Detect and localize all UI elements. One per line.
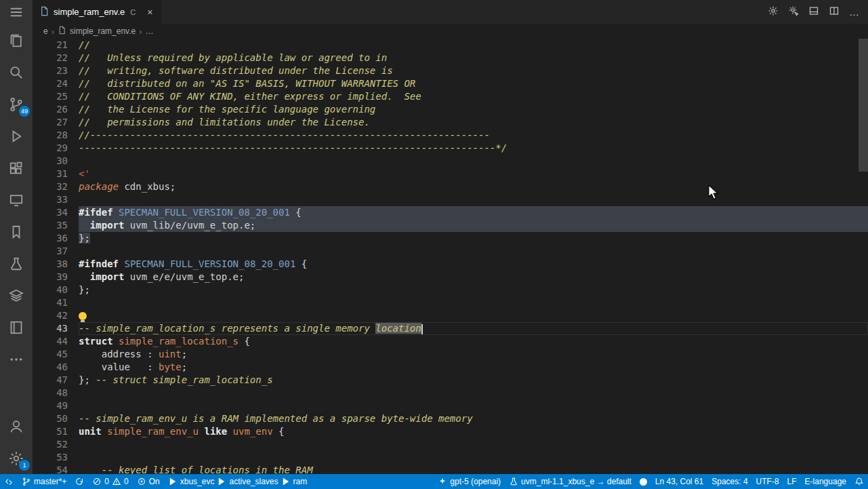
code-line-44[interactable]: 44struct simple_ram_location_s {	[33, 335, 868, 348]
bookmarks-icon[interactable]	[0, 216, 33, 248]
code-line-32[interactable]: 32package cdn_xbus;	[33, 180, 868, 193]
code-line-21[interactable]: 21//	[33, 39, 868, 52]
code-line-51[interactable]: 51unit simple_ram_env_u like uvm_env {	[33, 425, 868, 438]
search-icon[interactable]	[0, 56, 33, 88]
menu-icon[interactable]	[0, 0, 33, 24]
code-line-22[interactable]: 22// Unless required by applicable law o…	[33, 52, 868, 64]
code-line-39[interactable]: 39 import uvm_e/e/uvm_e_top.e;	[33, 271, 868, 283]
code-text	[79, 387, 868, 399]
model-status[interactable]: gpt-5 (openai)	[434, 474, 505, 489]
split-editor-icon[interactable]	[829, 5, 840, 19]
eol-status[interactable]: LF	[783, 474, 801, 489]
language-mode[interactable]: E-language	[801, 474, 850, 489]
source-control-icon[interactable]: 49	[0, 88, 33, 120]
code-line-41[interactable]: 41	[33, 296, 868, 309]
editor-scrollbar[interactable]	[859, 39, 868, 474]
breadcrumb-more[interactable]: …	[146, 26, 154, 36]
line-number: 41	[33, 296, 68, 309]
code-line-27[interactable]: 27// permissions and limitations under t…	[33, 116, 868, 129]
code-token: address :	[79, 349, 159, 359]
line-number: 47	[33, 374, 68, 387]
code-line-46[interactable]: 46 value : byte;	[33, 361, 868, 374]
tab-close-icon[interactable]: ×	[145, 6, 154, 18]
code-text: unit simple_ram_env_u like uvm_env {	[79, 425, 868, 438]
toggle-status[interactable]: On	[133, 474, 164, 489]
encoding-status[interactable]: UTF-8	[752, 474, 783, 489]
notebook-icon[interactable]	[0, 311, 33, 343]
code-line-45[interactable]: 45 address : uint;	[33, 348, 868, 361]
code-text: package cdn_xbus;	[79, 180, 868, 193]
branch-icon	[22, 477, 31, 486]
code-line-29[interactable]: 29--------------------------------------…	[33, 142, 868, 155]
code-line-34[interactable]: 34#ifdef SPECMAN_FULL_VERSION_08_20_001 …	[33, 206, 868, 219]
code-line-49[interactable]: 49	[33, 399, 868, 412]
explorer-icon[interactable]	[0, 24, 33, 56]
code-line-28[interactable]: 28//------------------------------------…	[33, 129, 868, 142]
scrollbar-thumb[interactable]	[859, 39, 868, 172]
code-token: // the License for the specific language…	[79, 104, 375, 115]
code-line-37[interactable]: 37	[33, 245, 868, 258]
code-line-38[interactable]: 38#ifndef SPECMAN_FULL_VERSION_08_20_001…	[33, 258, 868, 271]
notifications-bell-icon[interactable]	[850, 474, 868, 489]
tab-simple-ram-env[interactable]: simple_ram_env.e C ×	[33, 0, 161, 24]
code-line-48[interactable]: 48	[33, 387, 868, 399]
config-status[interactable]: uvm_ml-1.1_xbus_e → default	[505, 474, 636, 489]
code-line-30[interactable]: 30	[33, 155, 868, 168]
code-line-42[interactable]: 42	[33, 309, 868, 322]
code-line-23[interactable]: 23// writing, software distributed under…	[33, 64, 868, 77]
code-line-50[interactable]: 50-- simple_ram_env_u is a RAM implement…	[33, 412, 868, 425]
code-token: {	[290, 207, 302, 218]
sync-button[interactable]	[70, 474, 88, 489]
account-icon[interactable]	[0, 410, 33, 442]
run-debug-icon[interactable]	[0, 120, 33, 152]
problems-status[interactable]: 0 0	[88, 474, 132, 489]
code-line-47[interactable]: 47}; -- struct simple_ram_location_s	[33, 374, 868, 387]
triangle-right-icon	[217, 477, 226, 486]
breadcrumb-file[interactable]: simple_ram_env.e	[70, 26, 136, 36]
settings-gear-icon[interactable]: 1	[0, 442, 33, 474]
code-line-40[interactable]: 40};	[33, 283, 868, 296]
code-token	[79, 271, 90, 282]
hierarchy-status[interactable]: xbus_evc active_slaves ram	[164, 474, 311, 489]
error-count: 0	[104, 477, 109, 486]
line-number: 25	[33, 90, 68, 103]
code-line-35[interactable]: 35 import uvm_lib/e/uvm_e_top.e;	[33, 219, 868, 232]
code-text	[79, 438, 868, 451]
code-line-26[interactable]: 26// the License for the specific langua…	[33, 103, 868, 116]
code-line-53[interactable]: 53	[33, 451, 868, 464]
cursor-position[interactable]: Ln 43, Col 61	[651, 474, 707, 489]
more-actions-icon[interactable]: …	[849, 6, 860, 18]
editor-action-gear-icon[interactable]	[768, 5, 779, 19]
breadcrumb-root[interactable]: e	[43, 26, 48, 36]
line-number: 38	[33, 258, 68, 271]
indentation-status[interactable]: Spaces: 4	[707, 474, 751, 489]
code-token: // Unless required by applicable law or …	[79, 52, 387, 63]
code-line-33[interactable]: 33	[33, 193, 868, 206]
git-branch-status[interactable]: master*+	[18, 474, 70, 489]
remote-explorer-icon[interactable]	[0, 184, 33, 216]
more-views-icon[interactable]	[0, 343, 33, 375]
code-line-43[interactable]: 43-- simple_ram_location_s represents a …	[33, 322, 868, 335]
activity-bar: 49	[0, 0, 33, 474]
code-token: uvm_e/e/uvm_e_top.e;	[124, 271, 244, 282]
code-line-54[interactable]: 54 -- keyed list of locations in the RAM	[33, 464, 868, 474]
code-line-25[interactable]: 25// CONDITIONS OF ANY KIND, either expr…	[33, 90, 868, 103]
line-number: 21	[33, 39, 68, 52]
code-line-36[interactable]: 36};	[33, 232, 868, 245]
code-editor[interactable]: 21//22// Unless required by applicable l…	[33, 39, 868, 474]
layers-icon[interactable]	[0, 279, 33, 311]
toggle-label: On	[149, 477, 160, 486]
extensions-icon[interactable]	[0, 152, 33, 184]
code-token: uvm_env	[233, 426, 273, 437]
code-line-24[interactable]: 24// distributed on an "AS IS" BASIS, WI…	[33, 77, 868, 90]
remote-indicator-icon[interactable]	[0, 474, 18, 489]
test-beaker-icon[interactable]	[0, 248, 33, 279]
editor-action-run-gear-icon[interactable]	[788, 5, 799, 19]
toggle-panel-icon[interactable]	[808, 5, 819, 19]
lightbulb-icon[interactable]	[79, 312, 87, 320]
code-line-52[interactable]: 52	[33, 438, 868, 451]
code-text: };	[79, 283, 868, 296]
code-line-31[interactable]: 31<'	[33, 168, 868, 180]
main-area: 49	[0, 0, 868, 474]
status-circle-icon[interactable]	[636, 474, 651, 489]
